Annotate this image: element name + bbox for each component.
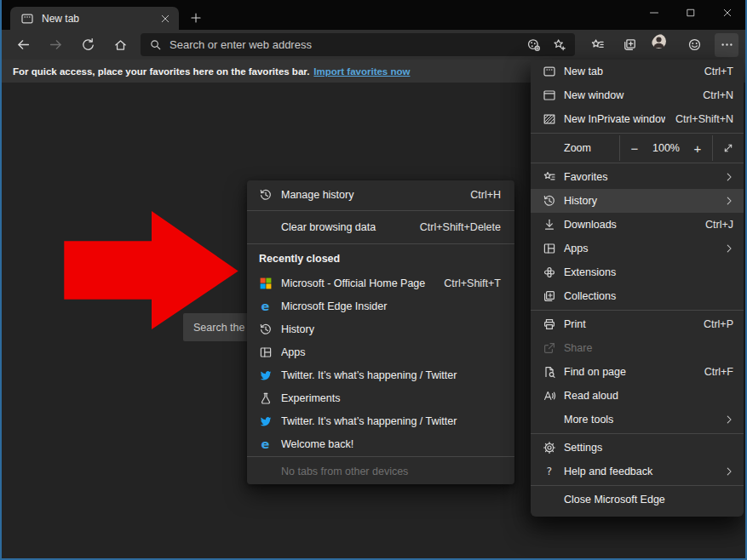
menu-item-extensions[interactable]: Extensions	[531, 260, 744, 284]
forward-icon	[49, 37, 63, 52]
history-icon-slot	[259, 323, 273, 336]
read-aloud-icon-slot	[543, 389, 556, 403]
svg-text:e: e	[261, 437, 269, 451]
menu-item-new-tab[interactable]: New tabCtrl+T	[531, 60, 744, 83]
menu-item-label: Apps	[281, 346, 501, 358]
forward-button[interactable]	[43, 33, 67, 57]
close-window-button[interactable]	[709, 0, 745, 26]
profile-avatar[interactable]	[650, 33, 674, 57]
new-tab-button[interactable]	[187, 9, 204, 26]
menu-item-apps[interactable]: Apps	[531, 237, 744, 260]
maximize-button[interactable]	[672, 0, 709, 26]
toolbar-right-buttons	[585, 33, 747, 57]
menu-item-downloads[interactable]: DownloadsCtrl+J	[531, 213, 744, 237]
menu-item-print[interactable]: PrintCtrl+P	[531, 312, 744, 336]
avatar-image	[652, 34, 673, 55]
add-favorite-star-icon[interactable]	[552, 37, 566, 52]
address-input-placeholder[interactable]: Search or enter web address	[170, 38, 515, 51]
menu-item-microsoft-edge-insider[interactable]: eMicrosoft Edge Insider	[247, 294, 514, 317]
chevron-right-icon-slot	[723, 243, 735, 254]
menu-item-close-microsoft-edge[interactable]: Close Microsoft Edge	[531, 488, 744, 511]
find-on-page-icon	[543, 365, 556, 379]
chevron-right-icon	[723, 466, 735, 477]
menu-item-welcome-back[interactable]: eWelcome back!	[247, 432, 514, 455]
settings-and-more-menu: New tabCtrl+TNew windowCtrl+NNew InPriva…	[531, 60, 744, 517]
tab-close-icon[interactable]	[158, 12, 172, 26]
menu-item-find-on-page[interactable]: Find on pageCtrl+F	[531, 360, 744, 384]
home-button[interactable]	[108, 33, 132, 57]
menu-item-label: Help and feedback	[564, 466, 723, 477]
apps-icon-slot	[259, 346, 273, 359]
zoom-out-button[interactable]: −	[620, 135, 649, 161]
new-window-icon	[543, 89, 556, 102]
tab-new-tab[interactable]: New tab	[10, 7, 179, 30]
menu-item-collections[interactable]: Collections	[531, 284, 744, 308]
history-icon	[259, 188, 273, 202]
menu-item-twitter-it-s-what-s-happening-twitter[interactable]: Twitter. It’s what’s happening / Twitter	[247, 363, 514, 386]
apps-icon	[259, 346, 273, 359]
menu-item-apps[interactable]: Apps	[247, 340, 514, 363]
ms-logo-icon	[259, 277, 273, 290]
feedback-smiley-button[interactable]	[682, 33, 706, 57]
menu-item-label: New InPrivate window	[564, 113, 665, 125]
menu-separator	[531, 310, 744, 311]
downloads-icon	[543, 218, 556, 231]
refresh-icon	[81, 37, 95, 52]
apps-icon-slot	[543, 242, 556, 255]
fullscreen-button[interactable]	[713, 135, 744, 161]
menu-item-label: Extensions	[564, 266, 733, 278]
history-icon	[543, 194, 556, 208]
collections-button[interactable]	[618, 33, 641, 57]
share-icon-slot	[543, 341, 556, 355]
menu-item-more-tools[interactable]: More tools	[531, 408, 744, 431]
extensions-icon	[543, 266, 556, 279]
import-favorites-link[interactable]: Import favorites now	[313, 66, 410, 77]
help-icon: ?	[543, 465, 556, 478]
menu-separator	[531, 163, 744, 163]
tracking-prevention-icon[interactable]	[526, 37, 541, 52]
menu-item-new-inprivate-window[interactable]: New InPrivate windowCtrl+Shift+N	[531, 107, 744, 131]
history-submenu: Manage historyCtrl+HClear browsing dataC…	[247, 180, 514, 484]
plus-icon	[190, 12, 202, 24]
menu-item-label: Twitter. It’s what’s happening / Twitter	[281, 369, 501, 381]
section-header-recently-closed: Recently closed	[247, 245, 514, 271]
menu-item-manage-history[interactable]: Manage historyCtrl+H	[247, 180, 514, 209]
menu-item-history[interactable]: History	[247, 317, 514, 340]
menu-item-label: Microsoft Edge Insider	[281, 300, 501, 312]
menu-separator	[247, 210, 514, 211]
favorites-button[interactable]	[585, 33, 609, 57]
menu-separator	[247, 456, 514, 457]
menu-item-settings[interactable]: Settings	[531, 436, 744, 460]
read-aloud-icon	[543, 389, 556, 403]
refresh-button[interactable]	[76, 33, 100, 57]
print-icon	[543, 317, 556, 331]
menu-item-experiments[interactable]: Experiments	[247, 386, 514, 409]
search-icon	[149, 38, 162, 51]
icon-spacer	[259, 465, 273, 478]
address-bar[interactable]: Search or enter web address	[141, 33, 575, 56]
menu-item-history[interactable]: History	[531, 189, 744, 213]
menu-item-clear-browsing-data[interactable]: Clear browsing dataCtrl+Shift+Delete	[247, 212, 514, 243]
settings-and-more-button[interactable]	[715, 33, 738, 57]
tab-title: New tab	[42, 13, 158, 25]
menu-item-favorites[interactable]: Favorites	[531, 165, 744, 189]
menu-item-twitter-it-s-what-s-happening-twitter[interactable]: Twitter. It’s what’s happening / Twitter	[247, 409, 514, 432]
back-icon	[16, 37, 31, 52]
menu-item-shortcut: Ctrl+Shift+T	[444, 277, 501, 289]
minimize-button[interactable]	[635, 0, 672, 26]
history-icon	[259, 323, 273, 336]
star-plus-icon	[552, 37, 566, 52]
zoom-in-button[interactable]: +	[683, 135, 712, 161]
menu-item-new-window[interactable]: New windowCtrl+N	[531, 83, 744, 107]
menu-item-read-aloud[interactable]: Read aloud	[531, 384, 744, 408]
menu-item-shortcut: Ctrl+P	[704, 318, 733, 330]
menu-item-microsoft-official-home-page[interactable]: Microsoft - Official Home PageCtrl+Shift…	[247, 271, 514, 294]
menu-item-label: Settings	[564, 442, 733, 454]
apps-icon	[543, 242, 556, 255]
menu-item-share: Share	[531, 336, 744, 360]
chevron-right-icon-slot	[723, 171, 735, 183]
history-icon-slot	[259, 188, 273, 202]
back-button[interactable]	[11, 33, 35, 57]
print-icon-slot	[543, 317, 556, 331]
menu-item-help-and-feedback[interactable]: ?Help and feedback	[531, 460, 744, 483]
